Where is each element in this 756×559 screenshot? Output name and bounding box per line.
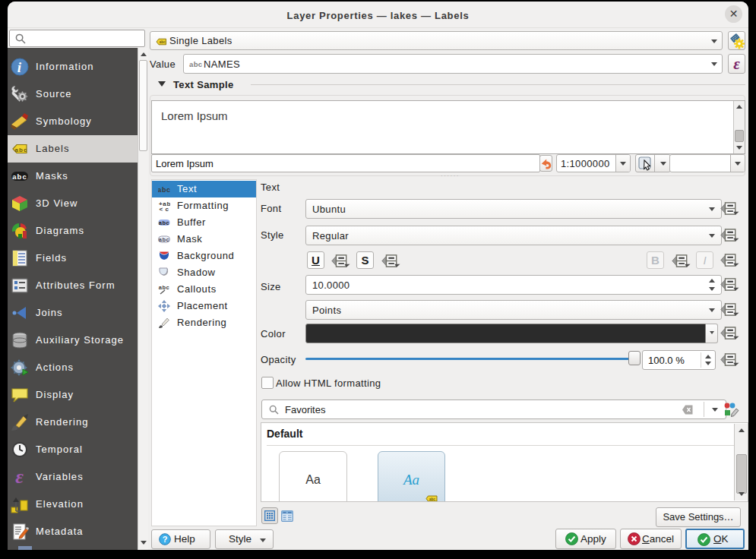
svg-text:abc: abc [429,497,435,501]
svg-text:< c: < c [159,206,169,212]
svg-text:ε: ε [15,468,24,486]
svg-text:abc: abc [158,186,170,194]
svg-text:abc: abc [159,284,170,291]
svg-text:?: ? [163,535,168,544]
svg-text:abc: abc [12,172,27,181]
svg-text:abc: abc [160,40,166,44]
svg-text:abc: abc [159,236,170,243]
svg-text:abc: abc [159,219,170,226]
svg-text:i: i [17,59,22,75]
svg-text:abc: abc [15,147,28,153]
